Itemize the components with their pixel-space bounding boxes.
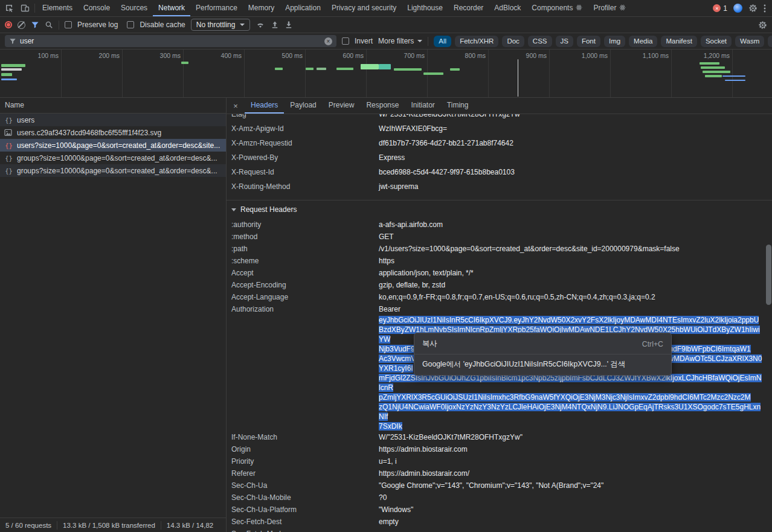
tab-label: Console <box>83 4 110 12</box>
header-value: application/json, text/plain, */* <box>379 267 772 279</box>
token-line: 7SxDIk <box>379 421 762 431</box>
tab-recorder[interactable]: Recorder <box>448 0 489 16</box>
chip-media[interactable]: Media <box>629 36 657 47</box>
filter-input[interactable] <box>20 37 321 45</box>
more-menu-icon[interactable] <box>764 4 766 13</box>
network-overview-timeline[interactable]: 100 ms 200 ms 300 ms 400 ms 500 ms 600 m… <box>0 50 772 98</box>
tab-sources[interactable]: Sources <box>115 0 153 16</box>
request-row[interactable]: users.c29af3437dcd9468fbc6f55fff1f4f23.s… <box>0 126 226 139</box>
chip-font[interactable]: Font <box>577 36 600 47</box>
invert-checkbox[interactable] <box>342 37 349 45</box>
tab-label: Preview <box>329 101 355 109</box>
tab-timing[interactable]: Timing <box>441 98 475 114</box>
record-icon[interactable] <box>5 21 12 28</box>
search-icon[interactable] <box>45 21 53 29</box>
chip-js[interactable]: JS <box>556 36 573 47</box>
network-conditions-icon[interactable] <box>256 20 265 30</box>
header-row: Origin https://admin.biostarair.com <box>227 443 772 455</box>
tab-components[interactable]: Components <box>526 0 588 16</box>
chip-manifest[interactable]: Manifest <box>661 36 696 47</box>
chip-label: CSS <box>533 37 547 45</box>
headers-content: Etag W/"2531-KizBeeldOJKt7tMR28OFHTxgzYw… <box>227 114 772 532</box>
disable-cache-checkbox[interactable] <box>127 21 134 28</box>
more-filters-label: More filters <box>378 37 414 45</box>
header-value: jwt-suprema <box>379 179 772 194</box>
chip-doc[interactable]: Doc <box>502 36 524 47</box>
copy-label: 복사 <box>422 339 437 349</box>
close-icon[interactable]: × <box>227 98 245 114</box>
vertical-scrollbar-thumb[interactable] <box>766 245 771 305</box>
selected-token-text: 7SxDIk <box>379 422 402 431</box>
header-name: :path <box>227 243 379 255</box>
chip-wasm[interactable]: Wasm <box>735 36 764 47</box>
timeline-tick: 1,200 ms <box>687 52 730 59</box>
tab-application[interactable]: Application <box>280 0 326 16</box>
header-name: Accept-Encoding <box>227 279 379 291</box>
tab-response[interactable]: Response <box>360 98 405 114</box>
tab-privacy-and-security[interactable]: Privacy and security <box>326 0 402 16</box>
header-value: cors <box>379 528 772 532</box>
filter-funnel-icon[interactable] <box>31 21 39 29</box>
throttling-select[interactable]: No throttling <box>191 19 251 31</box>
tab-label: Lighthouse <box>407 4 443 12</box>
tab-lighthouse[interactable]: Lighthouse <box>402 0 448 16</box>
context-menu-search-google[interactable]: Google에서 'eyJhbGciOiJIUzI1NiIsInR5cCI6Ik… <box>414 357 671 372</box>
import-har-icon[interactable] <box>271 21 279 29</box>
chip-label: Socket <box>706 37 727 45</box>
request-row[interactable]: {} groups?size=10000&page=0&sort=created… <box>0 164 226 177</box>
preserve-log-checkbox[interactable] <box>65 21 72 28</box>
chip-css[interactable]: CSS <box>528 36 552 47</box>
request-row[interactable]: {} users <box>0 114 226 126</box>
copy-shortcut: Ctrl+C <box>624 340 663 348</box>
context-menu: 복사 Ctrl+C Google에서 'eyJhbGciOiJIUzI1NiIs… <box>414 333 672 376</box>
request-row[interactable]: {} groups?size=10000&page=0&sort=created… <box>0 152 226 164</box>
tab-label: Elements <box>42 4 72 12</box>
timeline-tick: 100 ms <box>16 52 59 59</box>
header-row: :path /v1/users?size=1000&page=0&sort=cr… <box>227 243 772 255</box>
chip-all[interactable]: All <box>434 36 451 47</box>
request-headers-section-header[interactable]: Request Headers <box>227 200 772 219</box>
tab-payload[interactable]: Payload <box>284 98 322 114</box>
tab-headers[interactable]: Headers <box>245 98 284 114</box>
chip-label: Media <box>634 37 652 45</box>
header-row: Priority u=1, i <box>227 455 772 467</box>
status-resources: 14.3 kB / 14,82 <box>161 521 219 530</box>
token-line: eyJhbGciOiJIUzI1NiIsInR5cCI6IkpXVCJ9.eyJ… <box>379 315 762 325</box>
gear-icon[interactable] <box>748 4 758 13</box>
chip-img[interactable]: Img <box>604 36 625 47</box>
more-filters-button[interactable]: More filters <box>378 37 422 45</box>
header-row: :scheme https <box>227 255 772 267</box>
request-row-selected[interactable]: {} users?size=1000&page=0&sort=created_a… <box>0 139 226 152</box>
header-name: :scheme <box>227 255 379 267</box>
export-har-icon[interactable] <box>285 21 293 29</box>
header-name: Sec-Ch-Ua-Mobile <box>227 492 379 504</box>
tab-network[interactable]: Network <box>153 0 190 16</box>
filter-input-box[interactable]: × <box>5 35 336 47</box>
gear-icon[interactable] <box>758 21 767 30</box>
tab-profiler[interactable]: Profiler <box>588 0 631 16</box>
chip-fetch-xhr[interactable]: Fetch/XHR <box>455 36 498 47</box>
header-name: Priority <box>227 455 379 467</box>
tab-console[interactable]: Console <box>78 0 115 16</box>
context-menu-copy[interactable]: 복사 Ctrl+C <box>414 336 671 351</box>
tab-memory[interactable]: Memory <box>243 0 280 16</box>
header-row: X-Routing-Method jwt-suprema <box>227 179 772 194</box>
extension-icon[interactable] <box>733 4 742 13</box>
inspect-cursor-icon[interactable] <box>1 0 17 16</box>
clear-icon[interactable] <box>18 21 25 29</box>
chip-socket[interactable]: Socket <box>701 36 732 47</box>
name-column-header[interactable]: Name <box>0 98 226 114</box>
tab-preview[interactable]: Preview <box>323 98 361 114</box>
header-value: Express <box>379 150 772 165</box>
error-count-badge[interactable]: × 1 <box>713 4 727 13</box>
tab-label: Performance <box>196 4 237 12</box>
tab-initiator[interactable]: Initiator <box>405 98 440 114</box>
tab-label: Network <box>158 4 185 12</box>
status-transferred: 13.3 kB / 1,508 kB transferred <box>57 521 161 530</box>
tab-elements[interactable]: Elements <box>37 0 78 16</box>
tab-adblock[interactable]: AdBlock <box>489 0 526 16</box>
chip-other[interactable]: Other <box>768 36 772 47</box>
device-toolbar-icon[interactable] <box>17 0 33 16</box>
tab-performance[interactable]: Performance <box>190 0 243 16</box>
clear-filter-icon[interactable]: × <box>324 37 332 45</box>
